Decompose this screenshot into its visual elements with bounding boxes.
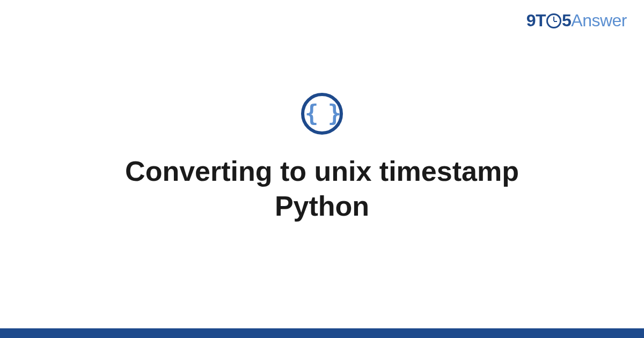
main-content: { } Converting to unix timestamp Python [0,0,644,338]
code-braces-icon: { } [305,102,339,125]
category-badge: { } [301,93,343,135]
page-title: Converting to unix timestamp Python [80,154,564,224]
footer-accent-bar [0,328,644,338]
